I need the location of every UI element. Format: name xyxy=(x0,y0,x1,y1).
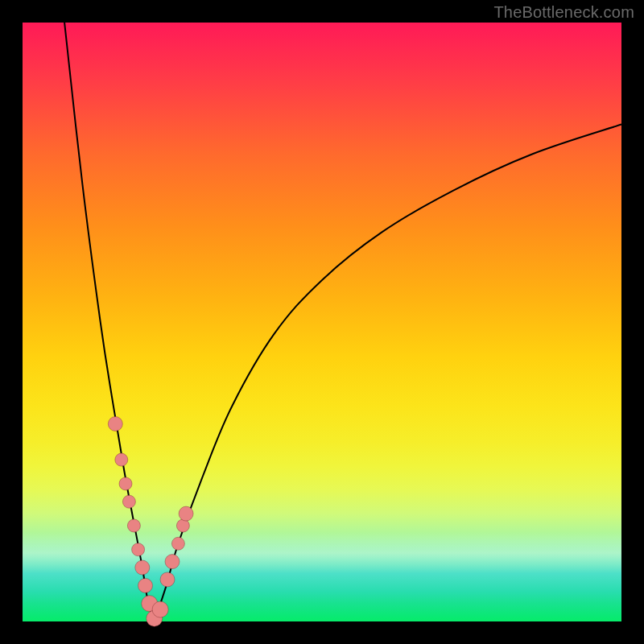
watermark-text: TheBottleneck.com xyxy=(493,3,634,22)
scatter-dot xyxy=(176,519,189,532)
scatter-dot xyxy=(179,506,193,521)
plot-area xyxy=(23,23,621,621)
scatter-dot xyxy=(138,578,153,592)
chart-frame: TheBottleneck.com xyxy=(0,0,644,644)
scatter-dot xyxy=(127,519,140,532)
scatter-dot xyxy=(119,477,132,490)
scatter-dot xyxy=(122,495,135,508)
scatter-dot xyxy=(115,453,128,466)
scatter-dot xyxy=(165,555,180,569)
curve-svg xyxy=(23,23,621,621)
scatter-dot xyxy=(108,417,122,431)
scatter-dot xyxy=(171,537,184,550)
scatter-dot xyxy=(135,560,150,575)
scatter-dot xyxy=(132,543,145,556)
curve-left-branch xyxy=(64,23,155,621)
scatter-dot xyxy=(160,572,175,587)
scatter-dot xyxy=(152,601,168,617)
curve-right-branch xyxy=(155,125,621,622)
